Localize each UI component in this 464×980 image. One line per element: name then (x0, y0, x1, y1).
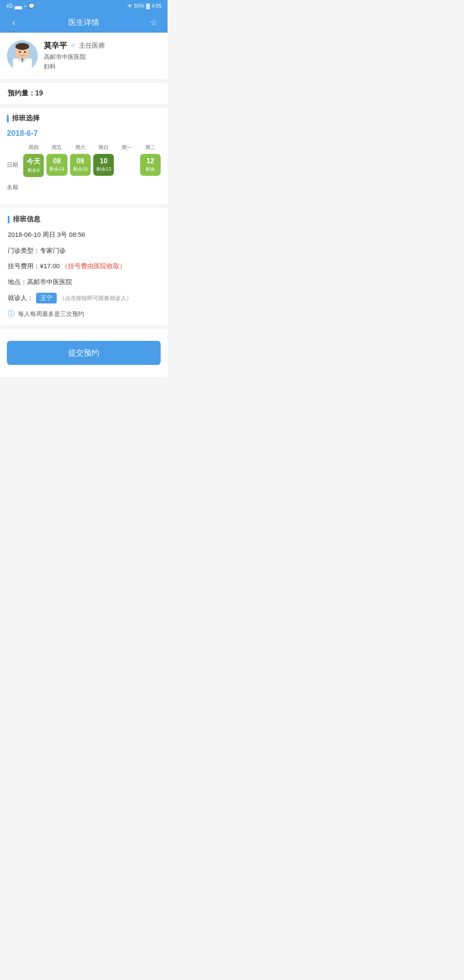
slot-tue[interactable]: 12 剩余 (140, 154, 161, 176)
doctor-info: 莫辛平 ♂ 主任医师 高邮市中医医院 妇科 (44, 40, 161, 70)
divider-2 (7, 104, 161, 104)
day-slots: 今天 剩余9 08 剩余14 09 剩余18 (23, 154, 161, 177)
slot-sat[interactable]: 09 剩余18 (70, 154, 91, 176)
back-button[interactable]: ‹ (8, 18, 20, 28)
battery-percent: 55% (134, 3, 144, 9)
fee-label: 挂号费用： (8, 262, 40, 270)
clinic-type-row: 门诊类型：专家门诊 (8, 246, 160, 256)
svg-point-3 (15, 43, 29, 50)
weekday-sun: 周日 (93, 144, 114, 151)
day-slot-sun[interactable]: 10 剩余13 (93, 154, 114, 177)
clinic-type-value: 专家门诊 (40, 247, 66, 254)
location-value: 高邮市中医医院 (27, 278, 72, 285)
clock: 4:55 (152, 3, 162, 9)
schedule-section-title: 排班选择 (7, 114, 161, 123)
fee-row: 挂号费用：¥17.00 （挂号费由医院收取） (8, 261, 160, 271)
weekday-mon: 周一 (116, 144, 137, 151)
doctor-avatar (7, 40, 38, 71)
fee-value: ¥17.00 (40, 262, 60, 270)
appointment-count: 预约量：19 (0, 83, 168, 104)
slot-sun[interactable]: 10 剩余13 (93, 154, 114, 176)
usb-icon: ⌁ (24, 3, 27, 9)
appt-number: 19 (35, 89, 43, 97)
patient-label: 就诊人： (8, 294, 34, 301)
battery-icon: ▓ (146, 3, 150, 9)
submit-area: 提交预约 (0, 329, 168, 377)
schedule-info-section: 排班信息 2018-06-10 周日 3号 08:56 门诊类型：专家门诊 挂号… (0, 208, 168, 325)
doctor-card: 莫辛平 ♂ 主任医师 高邮市中医医院 妇科 (0, 33, 168, 79)
doctor-title: 主任医师 (79, 42, 105, 50)
header: ‹ 医生详情 ☆ (0, 12, 168, 33)
appt-label: 预约量： (8, 89, 35, 97)
date-label: 日期 (7, 154, 23, 176)
date-quota-row: 日期 名额 今天 剩余9 08 剩余14 (7, 154, 161, 199)
gender-icon: ♂ (70, 42, 76, 49)
schedule-title-text: 排班选择 (12, 114, 40, 123)
slot-thu[interactable]: 今天 剩余9 (23, 154, 44, 177)
wifi-icon: ▄▄ (15, 3, 22, 9)
info-section-bar (8, 216, 9, 224)
status-bar: 4G ▄▄ ⌁ 💬 👁 55% ▓ 4:55 (0, 0, 168, 12)
eye-icon: 👁 (127, 3, 132, 9)
notice-row: ⓘ 每人每周最多是三次预约 (8, 309, 160, 318)
submit-button[interactable]: 提交预约 (7, 341, 161, 365)
patient-note: （点击按钮即可跟换就诊人） (59, 295, 132, 301)
signal-icon: 4G (6, 3, 13, 9)
status-right: 👁 55% ▓ 4:55 (127, 3, 162, 9)
weekday-row: 周四 周五 周六 周日 周一 周二 (7, 144, 161, 151)
datetime-row: 2018-06-10 周日 3号 08:56 (8, 230, 160, 240)
location-row: 地点：高邮市中医医院 (8, 277, 160, 287)
weekday-fri: 周五 (46, 144, 67, 151)
calendar: 周四 周五 周六 周日 周一 周二 (7, 144, 161, 199)
patient-badge-button[interactable]: 王宁 (36, 293, 57, 303)
doctor-name-row: 莫辛平 ♂ 主任医师 (44, 40, 161, 51)
slot-fri[interactable]: 08 剩余14 (46, 154, 67, 176)
doctor-hospital: 高邮市中医医院 (44, 53, 161, 61)
day-slot-tue[interactable]: 12 剩余 (140, 154, 161, 177)
day-slot-sat[interactable]: 09 剩余18 (70, 154, 91, 177)
doctor-department: 妇科 (44, 63, 161, 70)
schedule-date: 2018-6-7 (7, 129, 161, 138)
page-title: 医生详情 (20, 17, 148, 28)
svg-point-5 (24, 51, 26, 53)
patient-row: 就诊人：王宁（点击按钮即可跟换就诊人） (8, 293, 160, 303)
schedule-section: 排班选择 2018-6-7 周四 周五 周六 周日 周一 (0, 108, 168, 205)
message-icon: 💬 (28, 3, 35, 9)
doctor-name: 莫辛平 (44, 40, 67, 51)
weekday-labels: 周四 周五 周六 周日 周一 周二 (23, 144, 161, 151)
day-slot-mon[interactable]: 11 剩余 (116, 154, 137, 177)
notice-icon: ⓘ (8, 309, 15, 318)
status-left: 4G ▄▄ ⌁ 💬 (6, 3, 35, 9)
favorite-button[interactable]: ☆ (148, 17, 160, 28)
info-title-text: 排班信息 (13, 215, 40, 224)
notice-text: 每人每周最多是三次预约 (18, 310, 84, 318)
clinic-type-label: 门诊类型： (8, 247, 40, 254)
weekday-tue: 周二 (140, 144, 161, 151)
section-bar (7, 115, 9, 122)
location-label: 地点： (8, 278, 27, 285)
svg-point-4 (19, 51, 21, 53)
info-section-title: 排班信息 (8, 215, 160, 224)
fee-note: （挂号费由医院收取） (61, 262, 126, 270)
divider-1 (7, 79, 161, 80)
weekday-thu: 周四 (23, 144, 44, 151)
datetime-text: 2018-06-10 周日 3号 08:56 (8, 231, 85, 238)
day-slot-fri[interactable]: 08 剩余14 (46, 154, 67, 177)
weekday-sat: 周六 (70, 144, 91, 151)
quota-label: 名额 (7, 176, 23, 199)
day-slot-thu[interactable]: 今天 剩余9 (23, 154, 44, 177)
